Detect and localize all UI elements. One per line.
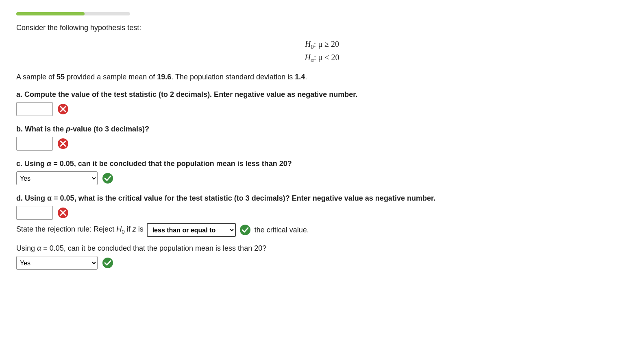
intro-text: Consider the following hypothesis test: <box>16 24 628 32</box>
svg-point-11 <box>102 258 113 268</box>
question-d-label: d. Using α = 0.05, what is the critical … <box>16 194 628 203</box>
rejection-rule-select[interactable]: less than or equal to less than greater … <box>147 223 236 237</box>
progress-bar-container <box>16 12 130 15</box>
hypothesis-ha: Hα: μ < 20 <box>16 53 628 64</box>
svg-point-6 <box>102 173 113 184</box>
question-d-text: Using α = 0.05, what is the critical val… <box>25 194 435 202</box>
question-c-correct-icon <box>102 172 114 184</box>
question-a-text: Compute the value of the test statistic … <box>24 90 357 98</box>
question-d-wrong-icon <box>57 207 69 219</box>
question-b-wrong-icon <box>57 138 69 150</box>
svg-point-10 <box>240 225 250 235</box>
progress-bar-fill <box>16 12 85 15</box>
question-a-label: a. Compute the value of the test statist… <box>16 90 628 99</box>
hypothesis-h0: H0: μ ≥ 20 <box>16 39 628 50</box>
question-e-select[interactable]: Yes No <box>16 256 98 270</box>
question-c-text: Using α = 0.05, can it be concluded that… <box>24 160 292 168</box>
hypothesis-block: H0: μ ≥ 20 Hα: μ < 20 <box>16 39 628 64</box>
question-c-select[interactable]: Yes No <box>16 171 98 185</box>
question-c-answer-row: Yes No <box>16 171 628 185</box>
question-a-answer-row <box>16 102 628 116</box>
question-b-input[interactable] <box>16 137 53 151</box>
sample-info: A sample of 55 provided a sample mean of… <box>16 73 628 81</box>
question-b-label: b. What is the p-value (to 3 decimals)? <box>16 125 628 133</box>
rejection-rule-row: State the rejection rule: Reject H0 if z… <box>16 223 628 237</box>
rejection-rule-correct-icon <box>239 224 251 236</box>
question-d-input[interactable] <box>16 206 53 220</box>
question-d-answer-row <box>16 206 628 220</box>
question-e-text: Using α = 0.05, can it be concluded that… <box>16 244 628 253</box>
question-a-input[interactable] <box>16 102 53 116</box>
question-b-text: What is the p-value (to 3 decimals)? <box>25 125 149 133</box>
question-c-label: c. Using α = 0.05, can it be concluded t… <box>16 160 628 168</box>
rejection-rule-suffix: the critical value. <box>255 226 309 234</box>
question-e-answer-row: Yes No <box>16 256 628 270</box>
question-a-wrong-icon <box>57 103 69 115</box>
question-e-correct-icon <box>102 257 114 269</box>
question-b-answer-row <box>16 137 628 151</box>
rejection-rule-prefix: State the rejection rule: Reject H0 if z… <box>16 225 144 235</box>
